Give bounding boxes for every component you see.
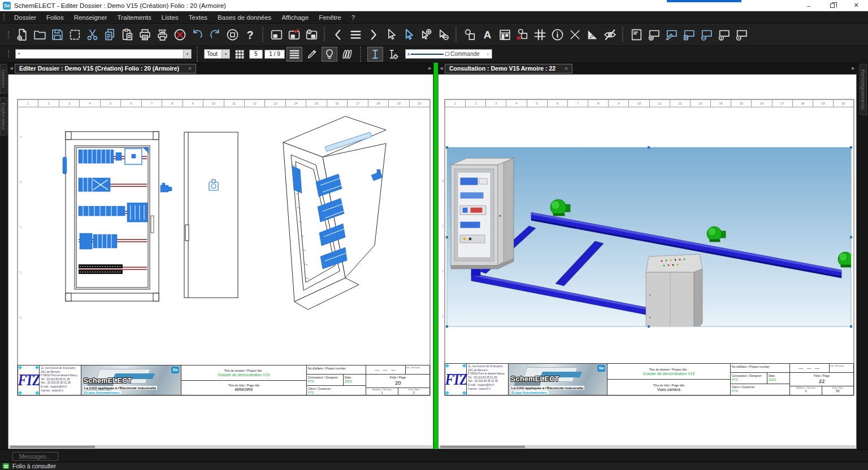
grid-snap-icon[interactable] bbox=[531, 26, 549, 43]
select-zone-icon[interactable] bbox=[66, 26, 84, 43]
bubble-locate-icon[interactable] bbox=[733, 26, 750, 43]
insert-text-icon[interactable]: A bbox=[479, 26, 496, 43]
menu-items: DossierFoliosRenseignerTraitementsListes… bbox=[9, 11, 360, 24]
insert-note-icon[interactable] bbox=[628, 26, 645, 43]
next-folio-icon[interactable] bbox=[364, 26, 382, 43]
page-index-input[interactable]: 1 / 9 bbox=[264, 50, 285, 59]
horizontal-scrollbar[interactable] bbox=[9, 445, 432, 449]
draw-pencil-icon[interactable] bbox=[304, 47, 320, 62]
chevron-down-icon[interactable]: ▾ bbox=[183, 50, 191, 58]
brand-name: SchemELECT bbox=[511, 375, 559, 383]
insert-component-icon[interactable] bbox=[461, 26, 479, 43]
chevron-down-icon[interactable]: ∨ bbox=[484, 50, 492, 58]
element-info-icon[interactable] bbox=[549, 26, 566, 43]
scope-combobox[interactable]: Tout ▾ bbox=[204, 49, 230, 59]
messages-button[interactable]: Messages... bbox=[12, 452, 58, 461]
tab-scroll-left-icon[interactable]: ◀ bbox=[8, 66, 15, 71]
highlight-lamp-icon[interactable] bbox=[322, 47, 337, 62]
wire-settings-icon[interactable] bbox=[385, 47, 401, 62]
replace-component-icon[interactable] bbox=[514, 26, 531, 43]
delete-element-icon[interactable] bbox=[566, 26, 584, 43]
print-pdf-icon[interactable]: PDF bbox=[154, 26, 171, 43]
bubble-info-icon[interactable] bbox=[715, 26, 733, 43]
menu-item[interactable]: Dossier bbox=[9, 11, 41, 24]
sidebar-tab-renseignements[interactable]: Renseignements bbox=[860, 64, 867, 115]
close-tab-icon[interactable]: × bbox=[188, 66, 192, 72]
menu-item[interactable]: Textes bbox=[184, 11, 212, 24]
hide-layer-icon[interactable] bbox=[601, 26, 619, 43]
help-icon[interactable]: ? bbox=[241, 26, 259, 43]
next-label: Suite / Next bbox=[823, 387, 853, 389]
ruler-cell: 7 bbox=[142, 99, 162, 107]
wire-checkbox-icon bbox=[445, 52, 449, 56]
menu-item[interactable]: Listes bbox=[157, 11, 184, 24]
close-button[interactable]: ✕ bbox=[844, 0, 868, 11]
redo-icon[interactable] bbox=[206, 26, 224, 43]
ruler-cell: 13 bbox=[265, 99, 285, 107]
bubble-add-icon[interactable] bbox=[645, 26, 663, 43]
tab-scroll-right-icon[interactable]: ▶ bbox=[850, 66, 857, 71]
zoom-step-input[interactable]: 5 bbox=[249, 50, 263, 59]
measure-ruler-icon[interactable] bbox=[584, 26, 601, 43]
cut-icon[interactable] bbox=[84, 26, 101, 43]
consultation-canvas[interactable]: BCDE bbox=[438, 75, 857, 449]
undo-icon[interactable] bbox=[189, 26, 206, 43]
wire-type-combobox[interactable]: a Commande ∨ bbox=[405, 49, 492, 59]
close-tab-icon[interactable]: × bbox=[565, 66, 568, 72]
restore-button[interactable] bbox=[821, 0, 844, 11]
bubble-remove-icon[interactable] bbox=[698, 26, 715, 43]
horizontal-scrollbar[interactable] bbox=[439, 445, 856, 449]
panel-splitter[interactable] bbox=[433, 63, 438, 449]
consultation-tab[interactable]: Consultation : Demo V15 Armoire : 22 × bbox=[445, 64, 572, 73]
save-icon[interactable] bbox=[49, 26, 66, 43]
bubble-paste-icon[interactable] bbox=[680, 26, 698, 43]
ruler-cell: 9 bbox=[609, 99, 629, 107]
folio-value: 22 bbox=[790, 378, 853, 384]
tab-scroll-left-icon[interactable]: ◀ bbox=[438, 66, 445, 71]
sidebar-tab-gestion[interactable]: Gestion bbox=[0, 64, 7, 94]
grid-view-icon[interactable] bbox=[232, 47, 248, 62]
previous-folio-icon[interactable] bbox=[329, 26, 347, 43]
select-pointer-active-icon[interactable] bbox=[400, 26, 417, 43]
menu-item[interactable]: Affichage bbox=[276, 11, 314, 24]
menu-item[interactable]: Renseigner bbox=[69, 11, 112, 24]
record-stop-icon[interactable] bbox=[224, 26, 241, 43]
folio-list-icon[interactable] bbox=[347, 26, 364, 43]
svg-text:E: E bbox=[442, 315, 444, 318]
address-line: E-mail : support@ftz.fr bbox=[468, 384, 507, 388]
bubble-edit-icon[interactable] bbox=[663, 26, 680, 43]
insert-apparatus-icon[interactable] bbox=[496, 26, 514, 43]
open-dossier-icon[interactable] bbox=[31, 26, 49, 43]
zoom-in-pointer-icon[interactable] bbox=[417, 26, 435, 43]
window-insert-icon[interactable] bbox=[268, 26, 285, 43]
menu-item[interactable]: Bases de données bbox=[212, 11, 276, 24]
select-pointer-icon[interactable] bbox=[382, 26, 400, 43]
paste-icon[interactable] bbox=[119, 26, 136, 43]
new-folio-icon[interactable] bbox=[14, 26, 31, 43]
cable-bundle-icon[interactable] bbox=[339, 47, 355, 62]
line-style-icon[interactable] bbox=[287, 47, 302, 62]
zoom-out-pointer-icon[interactable] bbox=[435, 26, 452, 43]
menu-item[interactable]: Traitements bbox=[112, 11, 157, 24]
menu-item[interactable]: Folios bbox=[41, 11, 69, 24]
filter-combobox[interactable]: * ▾ bbox=[15, 49, 192, 59]
print-icon[interactable] bbox=[136, 26, 154, 43]
address-line: Internet : www.ftz.fr bbox=[41, 389, 80, 393]
chevron-down-icon[interactable]: ▾ bbox=[222, 50, 229, 58]
cancel-icon[interactable] bbox=[171, 26, 189, 43]
handle-icon bbox=[462, 391, 466, 395]
editor-canvas[interactable]: ABCDE bbox=[8, 75, 433, 449]
window-validate-icon[interactable] bbox=[285, 26, 303, 43]
menu-item[interactable]: Fenêtre bbox=[314, 11, 346, 24]
sidebar-tab-explorateur[interactable]: Explorateur bbox=[0, 97, 7, 136]
window-info-icon[interactable] bbox=[303, 26, 320, 43]
minimize-button[interactable]: – bbox=[797, 0, 821, 11]
copy-icon[interactable] bbox=[101, 26, 119, 43]
editor-tab[interactable]: Editer Dossier : Demo V15 (Création) Fol… bbox=[15, 64, 196, 73]
tab-scroll-right-icon[interactable]: ▶ bbox=[427, 66, 433, 71]
scrollbar-thumb[interactable] bbox=[10, 446, 95, 448]
menu-item[interactable]: ? bbox=[346, 11, 360, 24]
project-number-label: No d'affaire / Project number bbox=[731, 364, 790, 373]
scrollbar-thumb[interactable] bbox=[440, 446, 525, 448]
wire-vertical-icon[interactable] bbox=[367, 47, 383, 62]
